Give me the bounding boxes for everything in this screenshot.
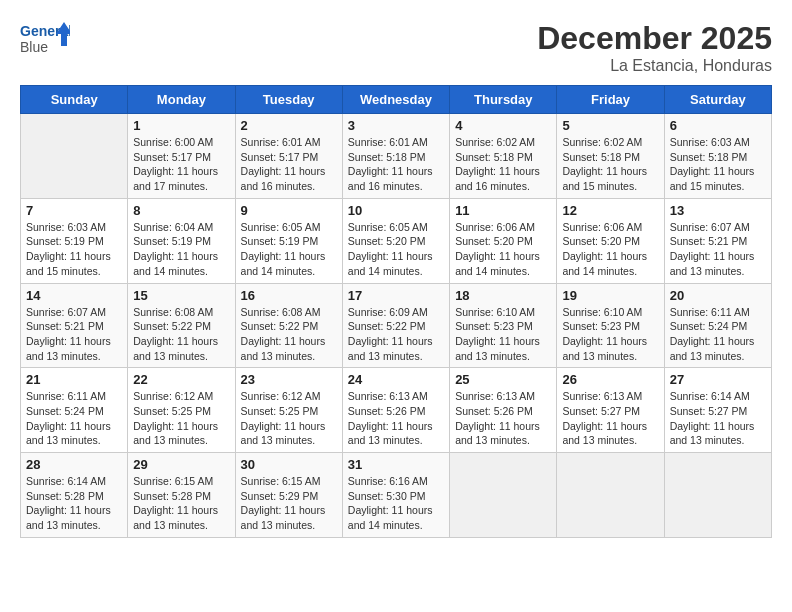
title-area: December 2025 La Estancia, Honduras <box>537 20 772 75</box>
day-number: 1 <box>133 118 229 133</box>
calendar-cell: 22Sunrise: 6:12 AMSunset: 5:25 PMDayligh… <box>128 368 235 453</box>
calendar-cell: 24Sunrise: 6:13 AMSunset: 5:26 PMDayligh… <box>342 368 449 453</box>
day-info: Sunrise: 6:05 AMSunset: 5:19 PMDaylight:… <box>241 220 337 279</box>
calendar-cell: 5Sunrise: 6:02 AMSunset: 5:18 PMDaylight… <box>557 114 664 199</box>
day-number: 15 <box>133 288 229 303</box>
calendar-cell: 7Sunrise: 6:03 AMSunset: 5:19 PMDaylight… <box>21 198 128 283</box>
calendar-cell: 18Sunrise: 6:10 AMSunset: 5:23 PMDayligh… <box>450 283 557 368</box>
day-number: 23 <box>241 372 337 387</box>
location: La Estancia, Honduras <box>537 57 772 75</box>
day-number: 21 <box>26 372 122 387</box>
day-info: Sunrise: 6:07 AMSunset: 5:21 PMDaylight:… <box>670 220 766 279</box>
calendar-cell: 17Sunrise: 6:09 AMSunset: 5:22 PMDayligh… <box>342 283 449 368</box>
day-info: Sunrise: 6:14 AMSunset: 5:27 PMDaylight:… <box>670 389 766 448</box>
calendar-cell: 8Sunrise: 6:04 AMSunset: 5:19 PMDaylight… <box>128 198 235 283</box>
day-info: Sunrise: 6:13 AMSunset: 5:27 PMDaylight:… <box>562 389 658 448</box>
day-number: 12 <box>562 203 658 218</box>
day-number: 4 <box>455 118 551 133</box>
day-number: 9 <box>241 203 337 218</box>
day-number: 27 <box>670 372 766 387</box>
svg-text:Blue: Blue <box>20 39 48 55</box>
day-number: 3 <box>348 118 444 133</box>
day-info: Sunrise: 6:16 AMSunset: 5:30 PMDaylight:… <box>348 474 444 533</box>
calendar-cell: 9Sunrise: 6:05 AMSunset: 5:19 PMDaylight… <box>235 198 342 283</box>
calendar-cell: 4Sunrise: 6:02 AMSunset: 5:18 PMDaylight… <box>450 114 557 199</box>
calendar-cell: 13Sunrise: 6:07 AMSunset: 5:21 PMDayligh… <box>664 198 771 283</box>
day-header-thursday: Thursday <box>450 86 557 114</box>
calendar-cell: 16Sunrise: 6:08 AMSunset: 5:22 PMDayligh… <box>235 283 342 368</box>
day-number: 14 <box>26 288 122 303</box>
day-number: 22 <box>133 372 229 387</box>
calendar-cell <box>450 453 557 538</box>
day-info: Sunrise: 6:07 AMSunset: 5:21 PMDaylight:… <box>26 305 122 364</box>
calendar-cell: 25Sunrise: 6:13 AMSunset: 5:26 PMDayligh… <box>450 368 557 453</box>
calendar-cell: 2Sunrise: 6:01 AMSunset: 5:17 PMDaylight… <box>235 114 342 199</box>
day-number: 18 <box>455 288 551 303</box>
day-info: Sunrise: 6:09 AMSunset: 5:22 PMDaylight:… <box>348 305 444 364</box>
calendar-cell: 29Sunrise: 6:15 AMSunset: 5:28 PMDayligh… <box>128 453 235 538</box>
calendar-week-1: 1Sunrise: 6:00 AMSunset: 5:17 PMDaylight… <box>21 114 772 199</box>
day-info: Sunrise: 6:14 AMSunset: 5:28 PMDaylight:… <box>26 474 122 533</box>
day-number: 31 <box>348 457 444 472</box>
day-header-friday: Friday <box>557 86 664 114</box>
day-header-saturday: Saturday <box>664 86 771 114</box>
day-number: 25 <box>455 372 551 387</box>
calendar-cell: 15Sunrise: 6:08 AMSunset: 5:22 PMDayligh… <box>128 283 235 368</box>
day-number: 24 <box>348 372 444 387</box>
calendar-cell: 14Sunrise: 6:07 AMSunset: 5:21 PMDayligh… <box>21 283 128 368</box>
day-header-sunday: Sunday <box>21 86 128 114</box>
calendar-cell: 1Sunrise: 6:00 AMSunset: 5:17 PMDaylight… <box>128 114 235 199</box>
calendar-cell <box>664 453 771 538</box>
calendar-cell <box>21 114 128 199</box>
calendar-header-row: SundayMondayTuesdayWednesdayThursdayFrid… <box>21 86 772 114</box>
day-info: Sunrise: 6:05 AMSunset: 5:20 PMDaylight:… <box>348 220 444 279</box>
day-number: 6 <box>670 118 766 133</box>
calendar-cell: 28Sunrise: 6:14 AMSunset: 5:28 PMDayligh… <box>21 453 128 538</box>
calendar-cell: 20Sunrise: 6:11 AMSunset: 5:24 PMDayligh… <box>664 283 771 368</box>
day-info: Sunrise: 6:13 AMSunset: 5:26 PMDaylight:… <box>348 389 444 448</box>
calendar-cell: 27Sunrise: 6:14 AMSunset: 5:27 PMDayligh… <box>664 368 771 453</box>
day-info: Sunrise: 6:03 AMSunset: 5:19 PMDaylight:… <box>26 220 122 279</box>
day-number: 2 <box>241 118 337 133</box>
logo-icon: General Blue <box>20 20 70 62</box>
day-number: 7 <box>26 203 122 218</box>
day-info: Sunrise: 6:02 AMSunset: 5:18 PMDaylight:… <box>562 135 658 194</box>
day-number: 16 <box>241 288 337 303</box>
calendar-cell: 11Sunrise: 6:06 AMSunset: 5:20 PMDayligh… <box>450 198 557 283</box>
day-info: Sunrise: 6:13 AMSunset: 5:26 PMDaylight:… <box>455 389 551 448</box>
calendar-week-2: 7Sunrise: 6:03 AMSunset: 5:19 PMDaylight… <box>21 198 772 283</box>
day-info: Sunrise: 6:00 AMSunset: 5:17 PMDaylight:… <box>133 135 229 194</box>
calendar-cell: 31Sunrise: 6:16 AMSunset: 5:30 PMDayligh… <box>342 453 449 538</box>
day-number: 11 <box>455 203 551 218</box>
day-info: Sunrise: 6:01 AMSunset: 5:18 PMDaylight:… <box>348 135 444 194</box>
day-info: Sunrise: 6:04 AMSunset: 5:19 PMDaylight:… <box>133 220 229 279</box>
day-info: Sunrise: 6:06 AMSunset: 5:20 PMDaylight:… <box>455 220 551 279</box>
day-info: Sunrise: 6:10 AMSunset: 5:23 PMDaylight:… <box>455 305 551 364</box>
calendar-cell: 10Sunrise: 6:05 AMSunset: 5:20 PMDayligh… <box>342 198 449 283</box>
day-number: 8 <box>133 203 229 218</box>
day-info: Sunrise: 6:02 AMSunset: 5:18 PMDaylight:… <box>455 135 551 194</box>
day-info: Sunrise: 6:15 AMSunset: 5:28 PMDaylight:… <box>133 474 229 533</box>
calendar-week-5: 28Sunrise: 6:14 AMSunset: 5:28 PMDayligh… <box>21 453 772 538</box>
day-info: Sunrise: 6:10 AMSunset: 5:23 PMDaylight:… <box>562 305 658 364</box>
day-info: Sunrise: 6:01 AMSunset: 5:17 PMDaylight:… <box>241 135 337 194</box>
day-number: 5 <box>562 118 658 133</box>
day-number: 13 <box>670 203 766 218</box>
day-info: Sunrise: 6:08 AMSunset: 5:22 PMDaylight:… <box>241 305 337 364</box>
day-info: Sunrise: 6:11 AMSunset: 5:24 PMDaylight:… <box>26 389 122 448</box>
calendar-cell <box>557 453 664 538</box>
day-number: 30 <box>241 457 337 472</box>
day-header-monday: Monday <box>128 86 235 114</box>
day-info: Sunrise: 6:11 AMSunset: 5:24 PMDaylight:… <box>670 305 766 364</box>
day-header-wednesday: Wednesday <box>342 86 449 114</box>
calendar-cell: 26Sunrise: 6:13 AMSunset: 5:27 PMDayligh… <box>557 368 664 453</box>
day-number: 10 <box>348 203 444 218</box>
day-info: Sunrise: 6:12 AMSunset: 5:25 PMDaylight:… <box>133 389 229 448</box>
day-number: 28 <box>26 457 122 472</box>
calendar-cell: 30Sunrise: 6:15 AMSunset: 5:29 PMDayligh… <box>235 453 342 538</box>
day-info: Sunrise: 6:03 AMSunset: 5:18 PMDaylight:… <box>670 135 766 194</box>
calendar-week-4: 21Sunrise: 6:11 AMSunset: 5:24 PMDayligh… <box>21 368 772 453</box>
day-number: 17 <box>348 288 444 303</box>
day-header-tuesday: Tuesday <box>235 86 342 114</box>
calendar-cell: 19Sunrise: 6:10 AMSunset: 5:23 PMDayligh… <box>557 283 664 368</box>
